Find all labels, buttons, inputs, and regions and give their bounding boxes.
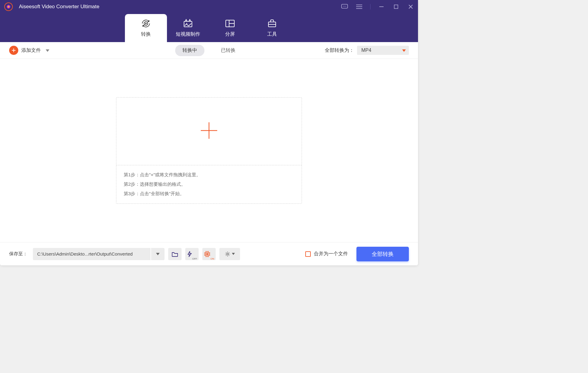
- output-path-caret[interactable]: [151, 248, 165, 260]
- app-window: Aiseesoft Video Converter Ultimate: [0, 0, 418, 265]
- convert-all-button-label: 全部转换: [372, 250, 394, 258]
- svg-marker-26: [402, 49, 406, 52]
- svg-point-4: [343, 6, 344, 7]
- split-screen-icon: [225, 19, 235, 28]
- svg-marker-29: [156, 253, 160, 255]
- step-3: 第3步：点击"全部转换"开始。: [124, 191, 294, 197]
- svg-marker-45: [232, 253, 235, 255]
- drop-card: 第1步：点击"+"或将文件拖拽到这里。 第2步：选择想要输出的格式。 第3步：点…: [116, 97, 302, 204]
- merge-checkbox[interactable]: 合并为一个文件: [305, 251, 348, 257]
- status-tab-converting[interactable]: 转换中: [175, 45, 204, 56]
- convert-all-to-label: 全部转换为：: [325, 47, 354, 54]
- svg-point-31: [206, 253, 208, 255]
- merge-label: 合并为一个文件: [314, 251, 348, 257]
- separator: [370, 4, 370, 9]
- status-tabs: 转换中 已转换: [175, 45, 243, 56]
- close-button[interactable]: [407, 3, 414, 10]
- svg-marker-15: [145, 23, 147, 24]
- speedup-off-label: OFF: [192, 257, 197, 260]
- main-area: 第1步：点击"+"或将文件拖拽到这里。 第2步：选择想要输出的格式。 第3步：点…: [0, 59, 418, 242]
- svg-point-2: [8, 6, 9, 8]
- add-file-caret-icon[interactable]: [46, 48, 49, 53]
- svg-marker-25: [46, 49, 49, 52]
- format-value: MP4: [361, 48, 371, 53]
- step-1: 第1步：点击"+"或将文件拖拽到这里。: [124, 172, 294, 178]
- tab-convert-label: 转换: [141, 31, 151, 38]
- status-tab-converted[interactable]: 已转换: [214, 45, 243, 56]
- main-tabs: 转换 短视频制作 分屏: [0, 13, 418, 42]
- title-bar: Aiseesoft Video Converter Ultimate: [0, 0, 418, 13]
- convert-icon: [141, 19, 151, 28]
- tools-icon: [267, 19, 277, 28]
- speedup-toggle[interactable]: OFF: [185, 248, 199, 260]
- app-logo-icon: [4, 2, 13, 12]
- gpu-on-label: ON: [211, 257, 214, 260]
- add-file-label: 添加文件: [21, 47, 41, 54]
- svg-point-6: [345, 6, 346, 7]
- toolbar: 添加文件 转换中 已转换 全部转换为： MP4: [0, 42, 418, 59]
- save-to-label: 保存至：: [9, 251, 27, 257]
- format-select[interactable]: MP4: [357, 46, 409, 55]
- app-title: Aiseesoft Video Converter Ultimate: [19, 4, 341, 10]
- menu-icon[interactable]: [356, 3, 363, 10]
- checkbox-icon: [305, 251, 311, 257]
- svg-point-44: [227, 253, 228, 255]
- short-video-icon: [183, 19, 193, 28]
- tab-split-screen-label: 分屏: [225, 31, 235, 38]
- minimize-button[interactable]: [378, 3, 385, 10]
- add-file-button[interactable]: 添加文件: [9, 46, 49, 55]
- settings-button[interactable]: [219, 248, 240, 260]
- plus-circle-icon: [9, 46, 18, 55]
- tab-tools[interactable]: 工具: [251, 14, 293, 42]
- tab-split-screen[interactable]: 分屏: [209, 14, 251, 42]
- drop-steps: 第1步：点击"+"或将文件拖拽到这里。 第2步：选择想要输出的格式。 第3步：点…: [116, 165, 302, 203]
- tab-convert[interactable]: 转换: [125, 14, 167, 42]
- feedback-icon[interactable]: [341, 3, 348, 10]
- convert-all-to: 全部转换为： MP4: [325, 46, 409, 55]
- open-folder-button[interactable]: [168, 248, 182, 260]
- output-path-box[interactable]: C:\Users\Admin\Deskto...rter\Output\Conv…: [33, 248, 151, 260]
- window-controls: [341, 3, 414, 10]
- bottom-bar: 保存至： C:\Users\Admin\Deskto...rter\Output…: [0, 242, 418, 265]
- step-2: 第2步：选择想要输出的格式。: [124, 181, 294, 187]
- big-plus-icon: [200, 121, 218, 141]
- tab-short-video-label: 短视频制作: [176, 31, 200, 38]
- output-path: C:\Users\Admin\Deskto...rter\Output\Conv…: [37, 251, 133, 256]
- tab-tools-label: 工具: [267, 31, 277, 38]
- convert-all-button[interactable]: 全部转换: [356, 247, 409, 261]
- svg-rect-11: [394, 5, 398, 9]
- tab-short-video[interactable]: 短视频制作: [167, 14, 209, 42]
- maximize-button[interactable]: [392, 3, 400, 10]
- svg-point-5: [344, 6, 345, 7]
- drop-zone[interactable]: [116, 98, 302, 165]
- gpu-toggle[interactable]: ON: [202, 248, 216, 260]
- format-caret-icon: [402, 48, 406, 53]
